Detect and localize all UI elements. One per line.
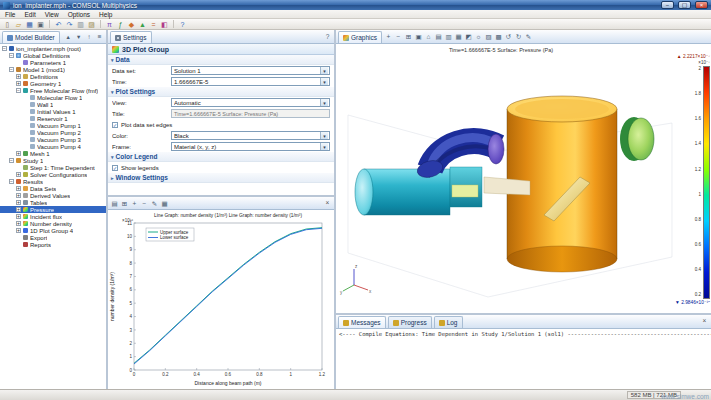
minimize-button[interactable]: − [661, 1, 674, 9]
move-up-icon[interactable]: ↑ [85, 32, 94, 41]
view-combobox[interactable]: Automatic ▾ [171, 98, 330, 107]
tree-expander[interactable]: + [16, 81, 21, 86]
tree-item[interactable]: +Number density [0, 220, 106, 227]
dataset-combobox[interactable]: Solution 1 ▾ [171, 66, 330, 75]
tree-expander[interactable]: + [16, 172, 21, 177]
tree-item[interactable]: +Incident flux [0, 213, 106, 220]
collapse-all-icon[interactable]: ▴ [64, 32, 73, 41]
perspective-icon[interactable]: ◩ [464, 32, 473, 41]
tab-model-builder[interactable]: Model Builder [2, 31, 60, 43]
tree-expander[interactable]: − [9, 67, 14, 72]
menu-options[interactable]: Options [68, 11, 90, 18]
tree-item[interactable]: +Data Sets [0, 185, 106, 192]
tree-expander[interactable]: − [2, 46, 7, 51]
export-image-icon[interactable]: ▦ [160, 199, 169, 208]
menu-edit[interactable]: Edit [24, 11, 35, 18]
mesh-icon[interactable]: ▲ [138, 20, 147, 29]
wireframe-icon[interactable]: ▩ [494, 32, 503, 41]
functions-icon[interactable]: ƒ [116, 20, 125, 29]
tree-item[interactable]: +Mesh 1 [0, 150, 106, 157]
tree-expander[interactable]: − [9, 179, 14, 184]
zoom-in-icon[interactable]: + [130, 199, 139, 208]
menu-file[interactable]: File [5, 11, 15, 18]
color-combobox[interactable]: Black ▾ [171, 131, 330, 140]
close-plot-window-icon[interactable]: × [323, 199, 332, 208]
zoom-in-icon[interactable]: + [384, 32, 393, 41]
tree-item[interactable]: +Solver Configurations [0, 171, 106, 178]
tree-item[interactable]: +Tables [0, 199, 106, 206]
tree-item[interactable]: +Derived Values [0, 192, 106, 199]
tree-expander[interactable]: + [16, 151, 21, 156]
tree-expander[interactable]: + [16, 214, 21, 219]
geometry-icon[interactable]: ◆ [127, 20, 136, 29]
tree-expander[interactable]: + [16, 193, 21, 198]
tree-item[interactable]: Reports [0, 241, 106, 248]
zoom-extents-icon[interactable]: ⊞ [404, 32, 413, 41]
zoom-box-icon[interactable]: ▣ [414, 32, 423, 41]
tree-item[interactable]: −Model 1 (mod1) [0, 66, 106, 73]
tree-expander[interactable]: + [16, 207, 21, 212]
tree-item[interactable]: +Definitions [0, 73, 106, 80]
show-options-icon[interactable]: ≡ [95, 32, 104, 41]
time-combobox[interactable]: 1.666667E-5 ▾ [171, 77, 330, 86]
section-window-settings[interactable]: ▸ Window Settings [108, 173, 334, 183]
zoom-extents-icon[interactable]: ⊞ [120, 199, 129, 208]
tree-expander[interactable]: + [16, 228, 21, 233]
expand-all-icon[interactable]: ▾ [74, 32, 83, 41]
tree-item[interactable]: −Global Definitions [0, 52, 106, 59]
print-icon[interactable]: ▣ [36, 20, 45, 29]
plot-1d-canvas[interactable]: Line Graph: number density (1/m³) Line G… [108, 210, 334, 389]
tree-item[interactable]: +Geometry 1 [0, 80, 106, 87]
maximize-button[interactable]: ▢ [678, 1, 691, 9]
zoom-out-icon[interactable]: − [394, 32, 403, 41]
tree-item[interactable]: Vacuum Pump 1 [0, 122, 106, 129]
transparency-icon[interactable]: ▨ [484, 32, 493, 41]
paste-icon[interactable]: ▨ [87, 20, 96, 29]
tab-messages[interactable]: Messages [338, 316, 386, 328]
copy-icon[interactable]: ▥ [76, 20, 85, 29]
tree-expander[interactable]: − [16, 88, 21, 93]
scene-light-icon[interactable]: ☼ [474, 32, 483, 41]
redo-icon[interactable]: ↷ [65, 20, 74, 29]
graphics-canvas[interactable]: Time=1.666667E-5 Surface: Pressure (Pa) [336, 44, 711, 313]
close-messages-icon[interactable]: × [700, 317, 709, 326]
title-input[interactable]: Time=1.666667E-5 Surface: Pressure (Pa) [171, 109, 330, 118]
tree-item[interactable]: +Pressure [0, 206, 106, 213]
frame-combobox[interactable]: Material (x, y, z) ▾ [171, 142, 330, 151]
tree-expander[interactable]: + [16, 221, 21, 226]
open-icon[interactable]: ▱ [14, 20, 23, 29]
plot-icon[interactable]: ◧ [160, 20, 169, 29]
tree-expander[interactable]: − [9, 158, 14, 163]
snapshot-icon[interactable]: ✎ [150, 199, 159, 208]
tree-item[interactable]: −ion_implanter.mph (root) [0, 45, 106, 52]
section-plot-settings[interactable]: ▾ Plot Settings [108, 87, 334, 97]
view-yz-icon[interactable]: ▥ [444, 32, 453, 41]
tree-expander[interactable]: − [9, 53, 14, 58]
help-icon[interactable]: ? [323, 32, 332, 41]
zoom-out-icon[interactable]: − [140, 199, 149, 208]
new-icon[interactable]: ▯ [3, 20, 12, 29]
tree-item[interactable]: Reservoir 1 [0, 115, 106, 122]
tree-expander[interactable]: + [16, 186, 21, 191]
section-data[interactable]: ▾ Data [108, 55, 334, 65]
title-bar[interactable]: ion_implanter.mph - COMSOL Multiphysics … [0, 0, 711, 10]
tree-expander[interactable]: + [16, 74, 21, 79]
tree-item[interactable]: +1D Plot Group 4 [0, 227, 106, 234]
tree-item[interactable]: Molecular Flow 1 [0, 94, 106, 101]
tab-log[interactable]: Log [434, 316, 463, 328]
menu-help[interactable]: Help [99, 11, 112, 18]
compute-icon[interactable]: = [149, 20, 158, 29]
view-xy-icon[interactable]: ▤ [434, 32, 443, 41]
tab-settings[interactable]: Settings [110, 31, 152, 43]
tab-graphics[interactable]: Graphics [338, 31, 382, 43]
save-icon[interactable]: ▦ [25, 20, 34, 29]
tree-item[interactable]: Step 1: Time Dependent [0, 164, 106, 171]
go-to-default-view-icon[interactable]: ⌂ [424, 32, 433, 41]
tree-item[interactable]: Wall 1 [0, 101, 106, 108]
snapshot-icon[interactable]: ✎ [524, 32, 533, 41]
tree-item[interactable]: Vacuum Pump 4 [0, 143, 106, 150]
undo-icon[interactable]: ↶ [54, 20, 63, 29]
tree-item[interactable]: −Free Molecular Flow (fmf) [0, 87, 106, 94]
parameters-icon[interactable]: π [105, 20, 114, 29]
tree-item[interactable]: Export [0, 234, 106, 241]
